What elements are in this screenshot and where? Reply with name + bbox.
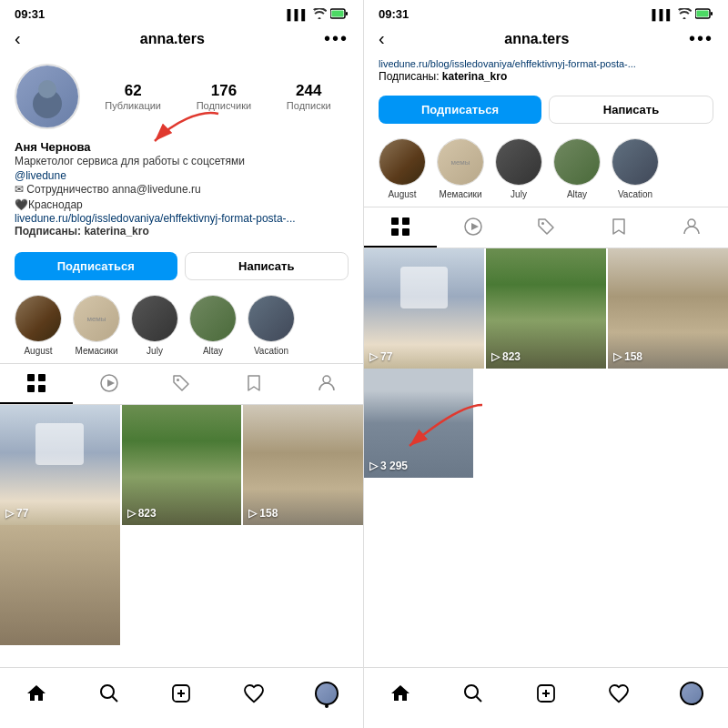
- display-name: Аня Чернова: [15, 140, 349, 154]
- profile-url[interactable]: livedune.ru/blog/issledovaniya/ehffektiv…: [15, 212, 349, 225]
- right-action-buttons: Подписаться Написать: [364, 88, 728, 131]
- grid-item-4[interactable]: [0, 525, 120, 645]
- right-grid-item-3[interactable]: ▷158: [608, 248, 728, 369]
- right-back-button[interactable]: ‹: [379, 28, 385, 49]
- right-top-nav: ‹ anna.ters •••: [364, 25, 728, 56]
- highlight-august[interactable]: August: [15, 295, 62, 356]
- following-stat[interactable]: 244 Подписки: [287, 82, 331, 111]
- right-nav-home[interactable]: [384, 677, 417, 710]
- right-nav-profile[interactable]: [675, 677, 708, 710]
- svg-marker-25: [471, 223, 479, 230]
- svg-rect-23: [402, 228, 410, 236]
- right-highlight-august[interactable]: August: [379, 138, 426, 199]
- nav-heart[interactable]: [238, 677, 270, 710]
- right-nav-search[interactable]: [457, 677, 490, 710]
- highlight-altay-label: Altay: [203, 346, 223, 356]
- right-grid-item-4[interactable]: ▷3 295: [364, 369, 473, 478]
- right-grid-row2-container: ▷3 295: [364, 369, 728, 478]
- posts-label: Публикации: [105, 100, 161, 111]
- right-nav-add[interactable]: [530, 677, 562, 710]
- highlight-vacation[interactable]: Vacation: [248, 295, 295, 356]
- right-status-bar: 09:31 ▌▌▌: [364, 0, 728, 25]
- highlight-memes[interactable]: мемы Мемасики: [73, 295, 120, 356]
- bio-link[interactable]: @livedune: [15, 169, 349, 182]
- right-tab-tagged[interactable]: [510, 207, 582, 248]
- right-grid-item-2[interactable]: ▷823: [486, 248, 606, 369]
- grid-item-2-count: ▷823: [127, 507, 157, 520]
- posts-stat: 62 Публикации: [105, 82, 161, 111]
- right-highlight-july[interactable]: July: [495, 138, 542, 199]
- right-battery-icon: [695, 8, 713, 21]
- nav-search[interactable]: [93, 677, 126, 710]
- highlight-july-label: July: [147, 346, 163, 356]
- grid-item-2[interactable]: ▷823: [122, 405, 242, 525]
- svg-line-13: [112, 697, 117, 703]
- left-follow-button[interactable]: Подписаться: [15, 252, 177, 280]
- right-highlight-memes[interactable]: мемы Мемасики: [437, 138, 484, 199]
- svg-rect-21: [402, 217, 410, 225]
- left-photo-grid: ▷77 ▷823 ▷158: [0, 405, 363, 525]
- nav-profile[interactable]: [310, 677, 343, 710]
- tab-tagged[interactable]: [146, 364, 218, 404]
- right-time: 09:31: [379, 7, 409, 21]
- highlight-memes-label: Мемасики: [76, 346, 118, 356]
- right-tab-person[interactable]: [655, 207, 728, 248]
- left-status-bar: 09:31 ▌▌▌: [0, 0, 363, 25]
- left-time: 09:31: [15, 7, 45, 21]
- left-back-button[interactable]: ‹: [15, 28, 21, 49]
- tab-grid[interactable]: [0, 364, 73, 404]
- svg-rect-22: [391, 228, 399, 236]
- right-grid-item-1[interactable]: ▷77: [364, 248, 484, 369]
- wifi-icon: [312, 8, 327, 21]
- battery-icon: [330, 8, 349, 21]
- left-status-icons: ▌▌▌: [288, 8, 349, 21]
- right-more-button[interactable]: •••: [689, 28, 713, 49]
- left-action-buttons: Подписаться Написать: [0, 245, 363, 288]
- right-tab-reels[interactable]: [437, 207, 510, 248]
- svg-marker-9: [107, 379, 115, 387]
- right-highlight-altay[interactable]: Altay: [553, 138, 601, 199]
- highlight-altay[interactable]: Altay: [189, 295, 237, 356]
- right-highlight-july-label: July: [511, 189, 527, 199]
- right-highlights: August мемы Мемасики July Altay Vacation: [364, 131, 728, 207]
- followers-stat[interactable]: 176 Подписчики: [197, 82, 252, 111]
- svg-rect-19: [697, 10, 709, 16]
- nav-add[interactable]: [165, 677, 197, 710]
- right-grid-item-1-count: ▷77: [369, 350, 392, 363]
- stats-container: 62 Публикации 176 Подписчики 244 Подписк…: [87, 82, 349, 111]
- highlight-august-label: August: [24, 346, 52, 356]
- right-tab-saved[interactable]: [582, 207, 655, 248]
- svg-rect-18: [711, 12, 713, 15]
- svg-line-30: [477, 697, 482, 703]
- bio-line1: Маркетолог сервиса для работы с соцсетям…: [15, 154, 349, 169]
- right-tab-grid[interactable]: [364, 207, 437, 248]
- grid-item-3[interactable]: ▷158: [243, 405, 363, 525]
- right-follow-button[interactable]: Подписаться: [379, 96, 541, 124]
- svg-rect-2: [332, 10, 344, 16]
- right-grid-item-3-count: ▷158: [613, 350, 642, 363]
- right-photo-grid-row2: ▷3 295: [364, 369, 728, 478]
- nav-home[interactable]: [20, 677, 53, 710]
- left-message-button[interactable]: Написать: [185, 252, 349, 280]
- tab-reels[interactable]: [73, 364, 146, 404]
- tagged-by: Подписаны: katerina_kro: [15, 225, 349, 238]
- left-avatar[interactable]: [15, 64, 80, 129]
- left-profile-info: Аня Чернова Маркетолог сервиса для работ…: [0, 136, 363, 245]
- tab-person[interactable]: [290, 364, 363, 404]
- right-grid-item-4-count: ▷3 295: [369, 460, 408, 472]
- highlight-july[interactable]: July: [131, 295, 178, 356]
- right-extra-url[interactable]: livedune.ru/blog/issledovaniya/ehffektiv…: [364, 56, 728, 69]
- right-message-button[interactable]: Написать: [549, 96, 713, 124]
- right-phone-panel: 09:31 ▌▌▌ ‹ anna.ters ••• livedune.ru/bl…: [364, 0, 728, 728]
- left-photo-grid-row2: [0, 525, 363, 645]
- right-highlight-vacation[interactable]: Vacation: [612, 138, 659, 199]
- signal-icon: ▌▌▌: [288, 9, 308, 20]
- tab-saved[interactable]: [217, 364, 290, 404]
- grid-item-1[interactable]: ▷77: [0, 405, 120, 525]
- right-wifi-icon: [677, 8, 692, 21]
- svg-point-27: [688, 219, 695, 227]
- left-more-button[interactable]: •••: [324, 28, 349, 49]
- grid-item-3-count: ▷158: [248, 507, 278, 520]
- left-top-nav: ‹ anna.ters •••: [0, 25, 363, 56]
- right-nav-heart[interactable]: [602, 677, 635, 710]
